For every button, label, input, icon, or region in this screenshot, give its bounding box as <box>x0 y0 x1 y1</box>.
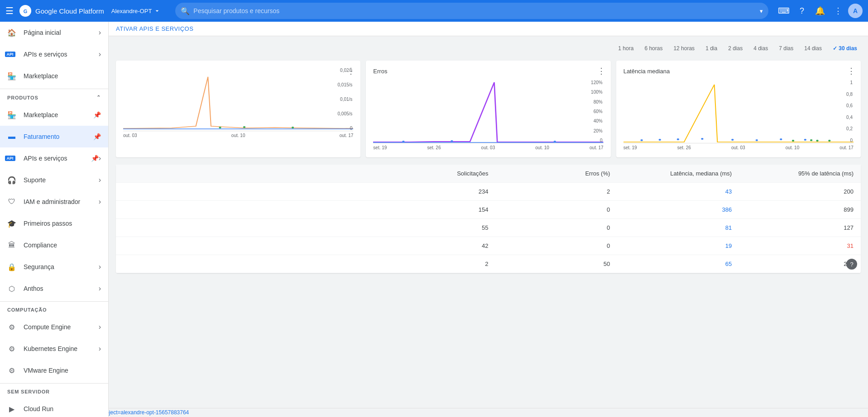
api-prod-icon: API <box>7 154 16 163</box>
marketplace-prod-icon: 🏪 <box>7 110 16 119</box>
svg-point-4 <box>292 127 294 128</box>
svg-point-19 <box>828 140 830 142</box>
sidebar-label-marketplace: Marketplace <box>24 72 101 80</box>
latency-chart-area: 1 0,8 0,6 0,4 0,2 0 <box>623 80 854 143</box>
section-computacao-label: COMPUTAÇÃO <box>7 307 47 313</box>
sidebar-item-suporte[interactable]: 🎧 Suporte › <box>0 169 108 191</box>
security-icon: 🔒 <box>7 262 16 271</box>
pin-icon-apis: 📌 <box>91 155 99 162</box>
cell-err-2: 0 <box>489 224 610 231</box>
time-btn-14d[interactable]: 14 dias <box>801 43 825 53</box>
statusbar: https://console.cloud.google.com/billing… <box>0 408 868 417</box>
svg-point-8 <box>640 139 643 141</box>
marketplace-icon: 🏪 <box>7 71 16 81</box>
search-input[interactable] <box>193 7 760 14</box>
activate-apis-link[interactable]: ATIVAR APIS E SERVIÇOS <box>116 25 193 32</box>
search-bar[interactable]: 🔍 ▾ <box>175 3 768 19</box>
sidebar-item-kubernetes[interactable]: ⚙ Kubernetes Engine › <box>0 338 108 360</box>
chevron-right-icon-6: › <box>99 263 101 271</box>
project-selector[interactable]: Alexandre-OPT <box>111 7 161 14</box>
time-btn-2d[interactable]: 2 dias <box>724 43 746 53</box>
cloud-run-icon: ▶ <box>7 404 16 413</box>
sidebar-label-faturamento: Faturamento <box>24 133 93 140</box>
errors-chart-card: Erros ⋮ 120% 100% 80% 60% 40% 20% 0 <box>366 61 610 157</box>
sidebar-item-faturamento[interactable]: ▬ Faturamento 📌 <box>0 126 108 147</box>
svg-point-5 <box>403 141 405 142</box>
time-filter-bar: 1 hora 6 horas 12 horas 1 dia 2 dias 4 d… <box>116 43 861 53</box>
sidebar-item-marketplace-prod[interactable]: 🏪 Marketplace 📌 <box>0 104 108 126</box>
table-row: 42 0 19 31 <box>116 237 861 255</box>
cell-sol-1: 154 <box>367 206 489 213</box>
traffic-x-labels: out. 03 out. 10 out. 17 <box>123 133 353 138</box>
chevron-right-icon-2: › <box>99 50 101 58</box>
time-btn-30d[interactable]: 30 dias <box>829 43 861 53</box>
sidebar-label-apis-prod: APIs e serviços <box>24 155 91 162</box>
cloud-shell-button[interactable]: ⌨ <box>776 3 792 19</box>
cell-err-4: 50 <box>489 261 610 267</box>
sidebar-divider-1 <box>0 89 108 89</box>
sidebar-label-primeiros-passos: Primeiros passos <box>24 220 101 227</box>
getting-started-icon: 🎓 <box>7 219 16 228</box>
api-icon: API <box>7 50 16 59</box>
errors-chart-svg <box>373 80 603 143</box>
iam-icon: 🛡 <box>7 197 16 206</box>
sidebar-label-kubernetes: Kubernetes Engine <box>24 345 99 352</box>
latency-y-labels: 1 0,8 0,6 0,4 0,2 0 <box>846 80 854 143</box>
svg-point-13 <box>755 139 758 141</box>
chart-menu-errors[interactable]: ⋮ <box>597 66 605 76</box>
search-icon: 🔍 <box>181 7 190 15</box>
charts-row: ⋮ 0,02/s 0,015/s 0,01/s 0,005/s 0 <box>116 61 861 157</box>
time-btn-12h[interactable]: 12 horas <box>670 43 698 53</box>
table-row: 55 0 81 127 <box>116 219 861 237</box>
time-btn-7d[interactable]: 7 dias <box>775 43 797 53</box>
more-options-button[interactable]: ⋮ <box>830 3 846 19</box>
help-table-icon[interactable]: ? <box>846 259 857 270</box>
avatar[interactable]: A <box>848 4 863 18</box>
sidebar-item-compliance[interactable]: 🏛 Compliance <box>0 234 108 256</box>
sidebar-item-marketplace[interactable]: 🏪 Marketplace <box>0 65 108 87</box>
app-logo: G Google Cloud Platform <box>19 5 104 17</box>
data-table: Solicitações Erros (%) Latência, mediana… <box>116 165 861 273</box>
section-computacao-header: COMPUTAÇÃO <box>0 303 108 316</box>
sidebar-item-pagina-inicial[interactable]: 🏠 Página inicial › <box>0 22 108 43</box>
chart-menu-latency[interactable]: ⋮ <box>847 66 855 76</box>
svg-point-7 <box>554 141 556 142</box>
sidebar-item-apis[interactable]: API APIs e serviços › <box>0 43 108 65</box>
notifications-button[interactable]: 🔔 <box>812 3 828 19</box>
time-btn-1d[interactable]: 1 dia <box>702 43 721 53</box>
chevron-right-icon-8: › <box>99 323 101 331</box>
hamburger-menu[interactable]: ☰ <box>5 5 14 16</box>
topbar-actions: ⌨ ? 🔔 ⋮ A <box>776 3 863 19</box>
svg-point-14 <box>780 138 782 140</box>
time-btn-1h[interactable]: 1 hora <box>614 43 637 53</box>
latency-chart-card: Latência mediana ⋮ 1 0,8 0,6 0,4 0,2 0 <box>616 61 861 157</box>
sidebar-item-apis-prod[interactable]: API APIs e serviços 📌 › <box>0 147 108 169</box>
svg-point-16 <box>792 140 794 142</box>
table-row: 2 50 65 249 <box>116 255 861 273</box>
sidebar-item-primeiros-passos[interactable]: 🎓 Primeiros passos <box>0 213 108 234</box>
traffic-chart-card: ⋮ 0,02/s 0,015/s 0,01/s 0,005/s 0 <box>116 61 360 157</box>
help-button[interactable]: ? <box>794 3 810 19</box>
support-icon: 🎧 <box>7 175 16 185</box>
sidebar: 🏠 Página inicial › API APIs e serviços ›… <box>0 22 109 417</box>
sidebar-item-vmware[interactable]: ⚙ VMware Engine <box>0 360 108 381</box>
sidebar-item-compute-engine[interactable]: ⚙ Compute Engine › <box>0 316 108 338</box>
cell-err-0: 2 <box>489 188 610 195</box>
pin-icon-marketplace: 📌 <box>93 111 101 118</box>
svg-point-2 <box>219 127 221 128</box>
sidebar-item-cloud-run[interactable]: ▶ Cloud Run <box>0 398 108 417</box>
svg-point-11 <box>701 138 703 140</box>
chevron-right-icon-4: › <box>99 176 101 184</box>
sidebar-item-seguranca[interactable]: 🔒 Segurança › <box>0 256 108 278</box>
gcp-logo-icon: G <box>19 5 32 17</box>
time-btn-4d[interactable]: 4 dias <box>750 43 772 53</box>
time-btn-6h[interactable]: 6 horas <box>641 43 666 53</box>
sidebar-item-anthos[interactable]: ⬡ Anthos › <box>0 278 108 299</box>
section-produtos-header[interactable]: PRODUTOS ⌃ <box>0 91 108 104</box>
compute-engine-icon: ⚙ <box>7 322 16 332</box>
cell-sol-4: 2 <box>367 261 489 267</box>
sidebar-item-iam[interactable]: 🛡 IAM e administrador › <box>0 191 108 213</box>
col-header-latencia-95: 95% de latência (ms) <box>732 170 854 177</box>
compliance-icon: 🏛 <box>7 241 16 250</box>
sidebar-label-compliance: Compliance <box>24 242 101 249</box>
